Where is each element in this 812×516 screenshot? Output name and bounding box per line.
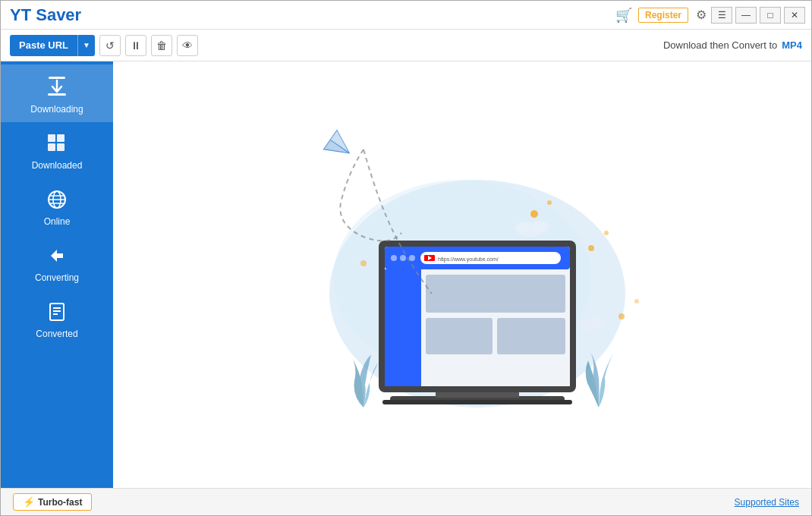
svg-rect-25 [436,392,519,398]
settings-button[interactable]: ⚙ [696,8,707,22]
sidebar-label-downloaded: Downloaded [32,160,83,171]
sidebar-item-online[interactable]: Online [1,178,113,234]
svg-rect-3 [57,134,65,142]
delete-button[interactable]: 🗑 [151,35,172,56]
svg-point-21 [618,313,625,319]
title-bar-right: 🛒 Register ⚙ ☰ — □ ✕ [615,7,805,24]
svg-point-23 [360,260,367,266]
illustration: https://www.youtube.com/ [265,112,659,438]
refresh-button[interactable]: ↺ [99,35,121,56]
svg-point-31 [400,255,406,261]
hamburger-button[interactable]: ☰ [711,7,732,24]
sidebar-item-downloaded[interactable]: Downloaded [1,122,113,178]
turbo-icon: ⚡ [23,496,35,508]
svg-rect-26 [382,400,572,404]
svg-rect-39 [426,275,565,313]
sidebar-label-converting: Converting [35,272,79,283]
paste-url-button[interactable]: Paste URL ▼ [10,35,95,56]
svg-point-18 [547,200,552,205]
turbo-fast-button[interactable]: ⚡ Turbo-fast [13,493,92,511]
svg-rect-5 [57,143,65,151]
downloading-icon [46,75,68,101]
sidebar-item-converting[interactable]: Converting [1,234,113,291]
svg-rect-1 [48,93,66,96]
bottom-bar: ⚡ Turbo-fast Supported Sites [1,488,811,515]
svg-point-17 [530,210,538,218]
svg-point-20 [604,231,609,235]
svg-point-30 [391,255,397,261]
svg-rect-4 [48,143,55,151]
svg-rect-2 [48,134,55,142]
title-bar: YT Saver 🛒 Register ⚙ ☰ — □ ✕ [1,1,811,30]
svg-rect-37 [385,269,421,386]
main-layout: Downloading Downloaded [1,61,811,488]
toolbar-left: Paste URL ▼ ↺ ⏸ 🗑 👁 [10,35,198,56]
converted-icon [46,301,68,326]
svg-rect-40 [426,318,493,354]
svg-point-50 [591,316,606,327]
turbo-label: Turbo-fast [38,497,82,508]
svg-point-47 [530,221,549,233]
convert-text: Download then Convert to [663,39,777,51]
toolbar-right: Download then Convert to MP4 [663,39,802,51]
svg-point-22 [634,299,639,304]
register-button[interactable]: Register [638,8,688,23]
eye-button[interactable]: 👁 [177,35,198,56]
mp4-format-link[interactable]: MP4 [782,39,802,51]
sidebar-label-online: Online [44,216,71,227]
svg-text:https://www.youtube.com/: https://www.youtube.com/ [438,256,499,263]
svg-rect-0 [49,77,65,79]
sidebar: Downloading Downloaded [1,61,113,488]
svg-rect-41 [497,318,565,354]
cart-button[interactable]: 🛒 [615,7,632,24]
maximize-button[interactable]: □ [760,7,781,24]
sidebar-item-converted[interactable]: Converted [1,291,113,347]
svg-point-19 [588,245,594,251]
sidebar-label-downloading: Downloading [30,104,83,115]
title-bar-left: YT Saver [7,5,81,25]
sidebar-item-downloading[interactable]: Downloading [1,64,113,122]
app-window: YT Saver 🛒 Register ⚙ ☰ — □ ✕ Paste URL … [0,0,812,516]
online-icon [46,189,68,213]
svg-point-32 [409,255,415,261]
toolbar: Paste URL ▼ ↺ ⏸ 🗑 👁 Download then Conver… [1,30,811,61]
downloaded-icon [46,133,68,157]
converting-icon [46,245,68,269]
svg-point-48 [515,222,530,233]
content-area: https://www.youtube.com/ [113,61,811,488]
paste-url-label: Paste URL [10,35,78,56]
minimize-button[interactable]: — [735,7,757,24]
supported-sites-link[interactable]: Supported Sites [735,497,799,508]
sidebar-label-converted: Converted [36,329,77,339]
paste-url-dropdown-arrow: ▼ [78,35,95,56]
close-button[interactable]: ✕ [784,7,805,24]
app-title: YT Saver [7,5,81,25]
pause-button[interactable]: ⏸ [125,35,146,56]
